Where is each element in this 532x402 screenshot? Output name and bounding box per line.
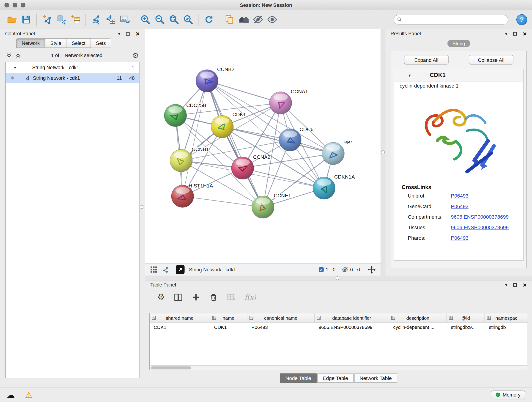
splitter-handle[interactable] — [381, 150, 385, 154]
network-overview-icon[interactable] — [162, 266, 169, 274]
edge-HIST1H1A-CCNE1[interactable] — [183, 196, 263, 207]
crosslink-genecard[interactable]: P06493 — [451, 203, 469, 209]
minimize-window-button[interactable] — [13, 3, 17, 7]
network-node-CDK1[interactable]: CDK1 — [211, 112, 246, 138]
hide-graphics-button[interactable] — [251, 12, 265, 27]
save-session-button[interactable] — [19, 12, 33, 27]
import-network-database-button[interactable] — [54, 12, 68, 27]
column-options-icon[interactable] — [212, 316, 216, 320]
documents-button[interactable] — [222, 12, 236, 27]
import-table-button[interactable] — [68, 12, 82, 27]
close-panel-icon[interactable]: ✕ — [523, 31, 527, 36]
table-row[interactable]: CDK1CDK1P064939606.ENSP00000378699cyclin… — [150, 323, 528, 332]
column-options-icon[interactable] — [487, 316, 491, 320]
panel-menu-icon[interactable]: ▾ — [505, 32, 507, 36]
tab-select[interactable]: Select — [67, 38, 91, 48]
network-canvas[interactable]: CCNB2CCNA1CDC25BCDK1CDC6RB1CCNB1CCNA2CDK… — [145, 29, 381, 263]
refresh-view-button[interactable] — [202, 12, 216, 27]
eye-slash-icon[interactable] — [342, 266, 348, 273]
column-header-database-identifier[interactable]: database identifier — [315, 313, 389, 322]
column-header-shared-name[interactable]: shared name — [150, 313, 210, 322]
zoom-fit-button[interactable] — [167, 12, 181, 27]
tab-edge-table[interactable]: Edge Table — [317, 374, 354, 383]
help-button[interactable]: ? — [516, 14, 527, 25]
table-cell[interactable]: P06493 — [247, 323, 315, 332]
column-options-icon[interactable] — [317, 316, 321, 320]
open-external-button[interactable] — [176, 265, 185, 274]
table-cell[interactable]: cyclin-dependent ... — [389, 323, 447, 332]
column-header--id[interactable]: @id — [447, 313, 485, 322]
network-node-HIST1H1A[interactable]: HIST1H1A — [171, 183, 213, 207]
cloud-icon[interactable]: ☁ — [7, 390, 15, 399]
function-builder-icon[interactable]: f(x) — [244, 293, 256, 301]
crosslink-pharos[interactable]: P06493 — [451, 235, 469, 241]
splitter-handle[interactable] — [140, 205, 143, 209]
warning-icon[interactable]: ⚠ — [25, 390, 32, 399]
show-graphics-button[interactable] — [265, 12, 279, 27]
table-cell[interactable]: 9606.ENSP00000378699 — [315, 323, 389, 332]
table-cell[interactable]: CDK1 — [150, 323, 210, 332]
expand-all-button[interactable]: Expand All — [404, 55, 449, 64]
new-network-button[interactable] — [89, 12, 103, 27]
network-collection-row[interactable]: ▼ String Network - cdk1 1 — [6, 62, 139, 73]
table-cell[interactable]: CDK1 — [210, 323, 247, 332]
delete-column-icon[interactable] — [209, 293, 218, 301]
import-network-file-button[interactable] — [40, 12, 54, 27]
column-header-name[interactable]: name — [210, 313, 247, 322]
pan-tool-icon[interactable] — [367, 265, 376, 274]
tab-sets[interactable]: Sets — [91, 38, 111, 48]
scrollbar-thumb[interactable] — [151, 366, 191, 369]
zoom-window-button[interactable] — [21, 3, 25, 7]
network-node-RB1[interactable]: RB1 — [322, 140, 353, 165]
edge-CCNB2-HIST1H1A[interactable] — [183, 81, 207, 196]
crosslink-uniprot[interactable]: P06493 — [451, 193, 469, 198]
expand-all-icon[interactable] — [15, 52, 21, 58]
tree-expand-icon[interactable]: ▼ — [13, 65, 17, 70]
zoom-selected-button[interactable] — [181, 12, 195, 27]
column-header-canonical-name[interactable]: canonical name — [247, 313, 315, 322]
panel-menu-icon[interactable]: ▾ — [118, 32, 120, 36]
network-view[interactable]: CCNB2CCNA1CDC25BCDK1CDC6RB1CCNB1CCNA2CDK… — [145, 29, 381, 263]
create-column-icon[interactable] — [191, 293, 200, 301]
close-panel-icon[interactable]: ✕ — [135, 31, 140, 36]
string-tab-badge[interactable]: String — [447, 40, 470, 47]
protein-structure-image[interactable] — [394, 91, 523, 180]
table-cell[interactable]: stringdb — [485, 323, 528, 332]
crosslink-compartments[interactable]: 9606.ENSP00000378699 — [451, 214, 509, 220]
column-header-namespac[interactable]: namespac — [485, 313, 528, 322]
tab-node-table[interactable]: Node Table — [280, 374, 317, 383]
column-options-icon[interactable] — [449, 316, 453, 320]
zoom-out-button[interactable] — [152, 12, 167, 27]
zoom-in-button[interactable] — [138, 12, 152, 27]
search-box[interactable] — [394, 15, 508, 24]
crosslink-tissues[interactable]: 9606.ENSP00000378699 — [451, 224, 509, 230]
show-columns-icon[interactable] — [174, 293, 182, 301]
open-session-button[interactable] — [5, 12, 19, 27]
table-cell[interactable]: stringdb:9... — [447, 323, 485, 332]
tab-style[interactable]: Style — [45, 38, 67, 48]
gear-icon[interactable]: ⚙ — [133, 52, 139, 59]
column-options-icon[interactable] — [249, 316, 254, 320]
collapse-section-icon[interactable]: ▼ — [408, 73, 412, 77]
export-image-button[interactable] — [117, 12, 132, 27]
network-node-CCNB2[interactable]: CCNB2 — [196, 66, 234, 92]
float-panel-icon[interactable] — [513, 283, 517, 287]
home-button[interactable] — [236, 12, 251, 27]
network-node-CCNA2[interactable]: CCNA2 — [231, 154, 270, 179]
collapse-all-button[interactable]: Collapse All — [469, 55, 513, 64]
edge-CCNB2-CCNE1[interactable] — [207, 81, 263, 207]
search-input[interactable] — [404, 17, 505, 22]
checkbox-icon[interactable] — [318, 267, 324, 272]
tab-network[interactable]: Network — [16, 38, 45, 48]
network-row[interactable]: String Network - cdk1 11 48 — [6, 73, 139, 83]
column-header-description[interactable]: description — [389, 313, 447, 322]
network-node-CCNB1[interactable]: CCNB1 — [170, 147, 209, 172]
float-panel-icon[interactable] — [513, 32, 517, 36]
edge-CCNB2-CCNA1[interactable] — [207, 81, 280, 103]
table-settings-icon[interactable]: ⚙ — [157, 293, 165, 301]
memory-button[interactable]: Memory — [491, 390, 525, 399]
horizontal-scrollbar[interactable] — [150, 365, 528, 370]
splitter-handle[interactable] — [336, 276, 339, 280]
grid-view-icon[interactable] — [150, 266, 158, 274]
close-window-button[interactable] — [4, 3, 9, 7]
